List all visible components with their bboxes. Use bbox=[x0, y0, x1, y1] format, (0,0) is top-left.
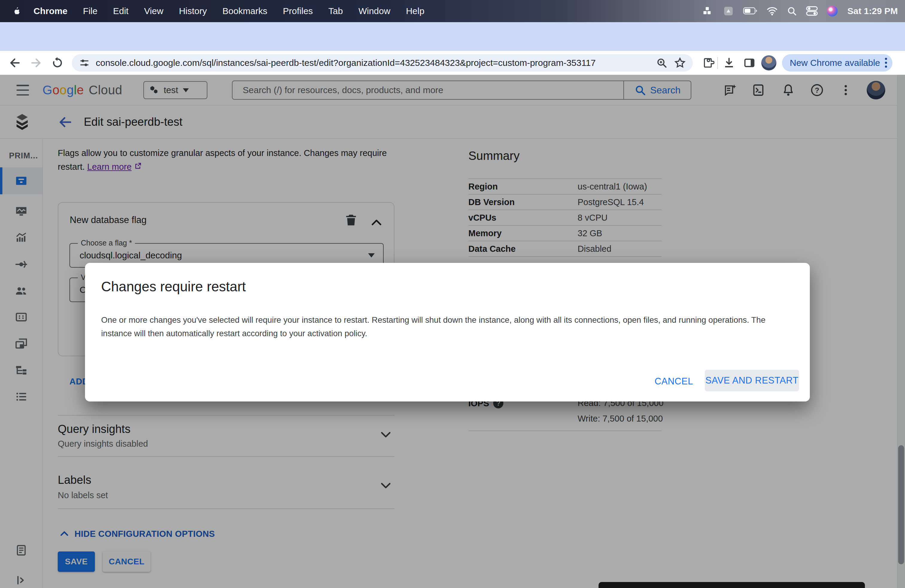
changes-require-restart-dialog: Changes require restart One or more chan… bbox=[85, 263, 810, 402]
menubar-item-history[interactable]: History bbox=[171, 6, 214, 16]
toolbar-divider bbox=[718, 57, 718, 69]
save-and-restart-button[interactable]: SAVE AND RESTART bbox=[705, 370, 799, 391]
menubar-item-help[interactable]: Help bbox=[398, 6, 432, 16]
chrome-tabstrip: M Inbox (5 ✕ P Confere ✕ P Peerdb ( ✕ DA… bbox=[0, 22, 905, 51]
chrome-menu-icon[interactable] bbox=[885, 58, 887, 68]
menubar-item-chrome[interactable]: Chrome bbox=[26, 6, 75, 16]
site-settings-icon[interactable] bbox=[78, 57, 90, 69]
download-icon[interactable] bbox=[723, 57, 735, 69]
spotlight-search-icon[interactable] bbox=[787, 6, 797, 16]
forward-button[interactable] bbox=[29, 56, 43, 70]
stage-manager-icon[interactable] bbox=[703, 6, 714, 16]
wifi-icon[interactable] bbox=[767, 6, 778, 16]
menubar-clock[interactable]: Sat 1:29 PM bbox=[848, 6, 898, 16]
menubar-item-profiles[interactable]: Profiles bbox=[275, 6, 321, 16]
control-center-icon[interactable] bbox=[806, 6, 818, 16]
gcp-console-page: Google Cloud test Search (/) for resourc… bbox=[0, 75, 905, 588]
macos-menubar: Chrome File Edit View History Bookmarks … bbox=[0, 0, 905, 22]
menubar-item-file[interactable]: File bbox=[75, 6, 105, 16]
back-button[interactable] bbox=[8, 56, 22, 70]
dialog-cancel-button[interactable]: CANCEL bbox=[655, 372, 692, 391]
extensions-icon[interactable] bbox=[702, 57, 714, 69]
menubar-item-window[interactable]: Window bbox=[351, 6, 399, 16]
zoom-icon[interactable] bbox=[656, 57, 668, 69]
reload-button[interactable] bbox=[51, 56, 64, 70]
dialog-title: Changes require restart bbox=[101, 278, 246, 295]
app-status-icon[interactable] bbox=[723, 5, 734, 17]
dialog-body: One or more changes you've selected will… bbox=[101, 313, 795, 340]
new-chrome-available-button[interactable]: New Chrome available bbox=[782, 54, 892, 72]
chrome-profile-avatar[interactable] bbox=[761, 55, 776, 71]
menubar-item-edit[interactable]: Edit bbox=[105, 6, 137, 16]
menubar-item-bookmarks[interactable]: Bookmarks bbox=[214, 6, 275, 16]
url-text[interactable]: console.cloud.google.com/sql/instances/s… bbox=[96, 58, 652, 68]
siri-icon[interactable] bbox=[827, 6, 838, 16]
menubar-item-view[interactable]: View bbox=[136, 6, 171, 16]
bookmark-star-icon[interactable] bbox=[674, 57, 686, 69]
new-chrome-label: New Chrome available bbox=[790, 58, 880, 68]
apple-menu-icon[interactable] bbox=[11, 5, 22, 17]
menubar-item-tab[interactable]: Tab bbox=[321, 6, 351, 16]
address-bar[interactable]: console.cloud.google.com/sql/instances/s… bbox=[72, 54, 693, 72]
chrome-toolbar: console.cloud.google.com/sql/instances/s… bbox=[0, 51, 905, 75]
side-panel-icon[interactable] bbox=[743, 57, 756, 69]
battery-icon[interactable] bbox=[743, 7, 757, 15]
